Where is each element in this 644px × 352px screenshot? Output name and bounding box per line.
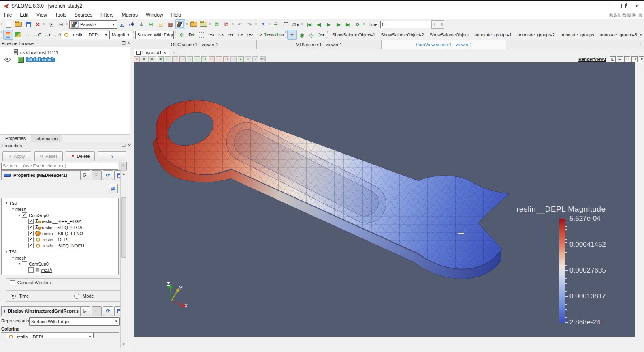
capture-view-button[interactable]: 🖵 [281,19,291,29]
rotation-mode-button[interactable]: ⟳➤ [316,30,326,40]
tab-vtk-scene[interactable]: VTK scene:1 - viewer:1 [257,40,382,49]
scroll-up-arrow[interactable]: ▲ [121,171,127,177]
hover-cells-button[interactable]: ❒ [223,56,229,62]
reset-center-button[interactable]: ◉ [297,30,307,40]
play-button[interactable]: ▶ [324,19,333,29]
expander-icon[interactable]: ▾ [17,262,22,266]
toolbar-grip[interactable] [327,31,328,39]
expander-icon[interactable]: ▾ [11,256,15,260]
select-block-button[interactable]: ❑ [201,56,207,62]
tree-row[interactable]: ▦ mesh [2,267,118,273]
representation-dropdown[interactable]: Surface With Edges ▼ [29,317,120,326]
start-recording-button[interactable]: ◉ [158,56,164,62]
select-frustum-cells-button[interactable]: ⬚ [179,56,186,62]
toggle-color-legend-button[interactable] [3,30,13,40]
view-help-button[interactable]: ? [252,56,258,62]
save-screenshot-button[interactable]: ▣ [141,56,147,62]
view-minus-y-button[interactable]: ↑-Y [235,30,245,40]
new-document-button[interactable] [4,19,13,29]
menu-tools[interactable]: Tools [51,11,70,19]
search-input[interactable] [1,163,118,170]
refresh-display-button[interactable]: ⟳ [103,306,113,316]
select-frustum-points-button[interactable]: ⛶ [187,56,193,62]
edit-color-map-button[interactable] [13,30,23,40]
tree-row[interactable]: ✓ reslin__SIEQ_ELNO [2,230,118,236]
menu-filters[interactable]: Filters [96,11,118,19]
loop-button[interactable]: ⟳ [353,19,363,29]
generate-vectors-checkbox[interactable] [10,280,15,285]
menu-edit[interactable]: Edit [16,11,32,19]
menu-sources[interactable]: Sources [70,11,96,19]
minimize-button[interactable]: – [603,2,616,10]
undock-icon[interactable]: ❐ [122,41,126,45]
module-selector[interactable]: ParaViS ▼ [69,20,117,29]
checkbox-checked[interactable]: ✓ [28,237,34,242]
tree-row[interactable]: ▾ mesh [2,255,118,261]
smesh-module-button[interactable]: ⊞ [146,19,156,29]
previous-frame-button[interactable]: ◀| [314,19,324,29]
export-file-button[interactable] [198,19,208,29]
checkbox-checked[interactable]: ✓ [28,231,34,236]
menu-view[interactable]: View [32,11,51,19]
undo-button[interactable]: ↶ [235,19,245,29]
checkbox-checked[interactable]: ✓ [22,212,27,218]
show-center-of-rotation-button[interactable]: ⌖ [287,30,297,40]
component-selector[interactable]: Magnitude ▼ [110,31,132,39]
help-button[interactable]: ? [258,19,268,29]
time-input[interactable] [380,21,431,28]
view-plus-y-button[interactable]: ↑+Y [226,30,235,40]
macro-showsalomeobject-1[interactable]: ShowSalomeObject-1 [329,32,378,37]
zoom-to-box-button[interactable] [196,30,206,40]
expander-icon[interactable]: ▾ [17,213,22,217]
toolbar-grip[interactable] [232,21,234,28]
next-frame-button[interactable]: |▶ [333,19,343,29]
toolbar-grip[interactable] [1,21,2,28]
expander-icon[interactable]: ▾ [4,250,9,253]
paste-button[interactable]: ⎗ [56,19,66,29]
pipeline-server-item[interactable]: cs://localhost:11111 [0,49,130,56]
interactive-select-points-button[interactable]: ❒ [216,56,222,62]
paste-display-button[interactable]: ⎗ [92,306,102,316]
scrollbar-thumb[interactable] [121,197,126,258]
spinner-arrows-icon[interactable]: ▲▼ [441,22,443,26]
detach-view-button[interactable]: ❐ [631,56,638,62]
tree-row[interactable]: ▾ TS1 [2,249,118,255]
menu-help[interactable]: Help [167,11,186,19]
toolbar-grip[interactable] [363,21,365,28]
frame-spinner[interactable]: 0 ▲▼ [431,20,444,29]
refresh-properties-button[interactable]: ⟳ [103,170,113,180]
tree-row[interactable]: ▾ ✓ ComSup0 [2,212,118,218]
tree-row[interactable]: ✓ reslin__DEPL [2,236,118,243]
probe-location-button[interactable]: △ [245,56,251,62]
close-view-button[interactable]: ✕ [639,56,644,62]
toolbar-grip[interactable] [133,31,134,39]
menu-macros[interactable]: Macros [118,11,142,19]
copy-properties-button[interactable]: ⎘ [80,170,90,180]
properties-section-header[interactable]: Properties (MEDReader1) [1,170,81,180]
rescale-to-visible-range-button[interactable]: ↔ [52,30,62,40]
pick-point-button[interactable]: ▲ [238,56,244,62]
pick-center-button[interactable]: ◎ [307,30,316,40]
maximize-view-button[interactable]: □ [624,56,630,62]
interactive-select-cells-button[interactable]: ❑ [209,56,215,62]
first-frame-button[interactable]: |◀ [304,19,314,29]
tree-row[interactable]: ▾ ComSup0 [2,261,118,267]
time-radio[interactable] [11,294,16,299]
toolbar-overflow-button[interactable]: » [640,32,644,37]
legend-color-bar[interactable] [559,219,565,323]
rescale-to-custom-range-button[interactable]: ↔C [32,30,42,40]
layout-tab[interactable]: Layout #1 ✕ [134,49,169,56]
checkbox-checked[interactable]: ✓ [28,225,34,230]
coloring-array-dropdown[interactable]: reslin__DEPL ▼ [6,333,94,338]
tree-row[interactable]: ▾ TS0 [2,200,118,206]
clear-selection-button[interactable]: ▢ [230,56,237,62]
save-document-button[interactable] [23,19,33,29]
macro-annotate-groups-3[interactable]: annotate_groups-3 [597,32,640,37]
paste-properties-button[interactable]: ⎗ [92,170,102,180]
split-horizontal-button[interactable]: ◫ [610,56,616,62]
menu-window[interactable]: Window [142,11,167,19]
undock-icon[interactable]: ❐ [122,143,126,148]
toolbar-grip[interactable] [301,21,303,28]
split-vertical-button[interactable]: ⊟ [617,56,623,62]
med-module-button[interactable]: ▤ [156,19,166,29]
